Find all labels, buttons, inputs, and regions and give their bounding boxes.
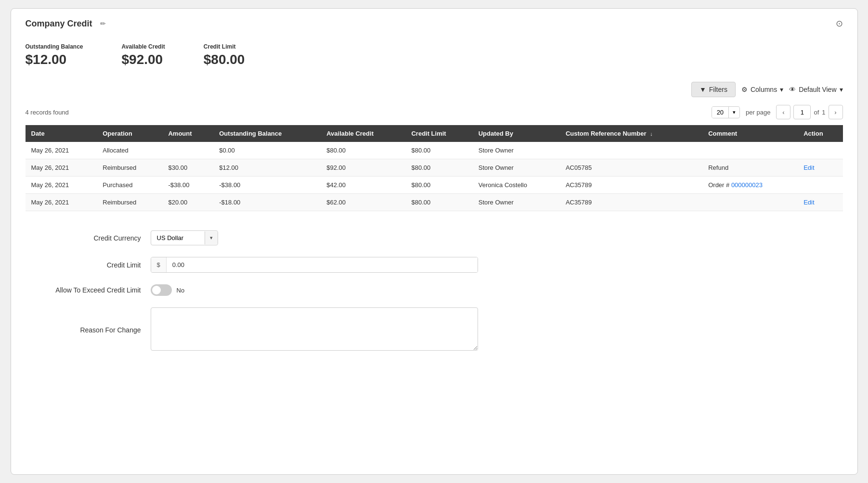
view-arrow-icon: ▾ — [840, 86, 843, 93]
date-cell: May 26, 2021 — [26, 194, 97, 211]
form-section: Credit Currency US Dollar ▾ Credit Limit… — [26, 226, 843, 369]
table-row: May 26, 2021Reimbursed$30.00$12.00$92.00… — [26, 159, 843, 177]
outstanding-balance-value: $12.00 — [26, 52, 83, 67]
columns-button[interactable]: ⚙ Columns ▾ — [741, 86, 783, 93]
col-amount: Amount — [162, 125, 213, 142]
card-header: Company Credit ✏ ⊙ — [26, 18, 843, 29]
credit-limit-control: $ — [151, 257, 478, 273]
comment-cell: Refund — [702, 159, 798, 177]
updated_by-cell: Store Owner — [473, 159, 560, 177]
table-header-row: Date Operation Amount Outstanding Balanc… — [26, 125, 843, 142]
comment-cell — [702, 194, 798, 211]
gear-icon: ⚙ — [741, 86, 748, 93]
currency-dropdown-icon[interactable]: ▾ — [205, 231, 218, 244]
action-cell: Edit — [798, 159, 842, 177]
outstanding_balance-cell: $12.00 — [213, 159, 321, 177]
company-credit-card: Company Credit ✏ ⊙ Outstanding Balance $… — [11, 8, 858, 475]
credit-limit-field[interactable] — [167, 257, 478, 272]
credit-limit-item: Credit Limit $80.00 — [204, 43, 245, 67]
available_credit-cell: $42.00 — [321, 177, 405, 194]
outstanding_balance-cell: $0.00 — [213, 142, 321, 159]
reason-control — [151, 307, 478, 352]
date-cell: May 26, 2021 — [26, 142, 97, 159]
sort-icon: ↓ — [650, 131, 653, 137]
total-pages-label: 1 — [822, 109, 825, 116]
table-row: May 26, 2021Reimbursed$20.00-$18.00$62.0… — [26, 194, 843, 211]
records-bar: 4 records found 20 ▾ per page ‹ of 1 › — [26, 105, 843, 119]
custom_ref-cell: AC35789 — [560, 177, 702, 194]
toggle-slider — [151, 284, 172, 296]
credit_limit-cell: $80.00 — [405, 159, 472, 177]
col-comment: Comment — [702, 125, 798, 142]
col-available-credit: Available Credit — [321, 125, 405, 142]
available-credit-label: Available Credit — [122, 43, 165, 50]
outstanding-balance-item: Outstanding Balance $12.00 — [26, 43, 83, 67]
allow-exceed-label: Allow To Exceed Credit Limit — [26, 286, 151, 294]
amount-cell — [162, 142, 213, 159]
action-cell — [798, 142, 842, 159]
next-page-button[interactable]: › — [829, 105, 843, 119]
credit-limit-row: Credit Limit $ — [26, 257, 843, 273]
order-link[interactable]: 000000023 — [731, 181, 763, 189]
credit-currency-label: Credit Currency — [26, 234, 151, 242]
col-outstanding-balance: Outstanding Balance — [213, 125, 321, 142]
available_credit-cell: $80.00 — [321, 142, 405, 159]
col-action: Action — [798, 125, 842, 142]
updated_by-cell: Veronica Costello — [473, 177, 560, 194]
per-page-arrow-icon[interactable]: ▾ — [729, 107, 739, 117]
custom_ref-cell: AC35789 — [560, 194, 702, 211]
col-operation: Operation — [97, 125, 162, 142]
available_credit-cell: $62.00 — [321, 194, 405, 211]
currency-select[interactable]: US Dollar ▾ — [151, 230, 218, 245]
date-cell: May 26, 2021 — [26, 159, 97, 177]
col-credit-limit: Credit Limit — [405, 125, 472, 142]
pagination: 20 ▾ per page ‹ of 1 › — [712, 105, 843, 119]
custom_ref-cell — [560, 142, 702, 159]
credit_limit-cell: $80.00 — [405, 194, 472, 211]
edit-icon[interactable]: ✏ — [100, 20, 106, 27]
collapse-icon[interactable]: ⊙ — [836, 18, 843, 29]
reason-row: Reason For Change — [26, 307, 843, 352]
default-view-button[interactable]: 👁 Default View ▾ — [789, 86, 842, 93]
edit-link[interactable]: Edit — [803, 199, 814, 206]
filters-button[interactable]: ▼ Filters — [691, 82, 736, 97]
page-title: Company Credit — [26, 19, 92, 29]
eye-icon: 👁 — [789, 86, 796, 93]
filters-label: Filters — [709, 86, 727, 93]
columns-arrow-icon: ▾ — [780, 86, 783, 93]
table-row: May 26, 2021Purchased-$38.00-$38.00$42.0… — [26, 177, 843, 194]
col-custom-ref[interactable]: Custom Reference Number ↓ — [560, 125, 702, 142]
amount-cell: -$38.00 — [162, 177, 213, 194]
amount-cell: $30.00 — [162, 159, 213, 177]
page-of-label: of — [814, 109, 819, 116]
updated_by-cell: Store Owner — [473, 194, 560, 211]
operation-cell: Reimbursed — [97, 194, 162, 211]
operation-cell: Reimbursed — [97, 159, 162, 177]
operation-cell: Allocated — [97, 142, 162, 159]
available-credit-value: $92.00 — [122, 52, 165, 67]
filter-icon: ▼ — [700, 86, 706, 93]
col-updated-by: Updated By — [473, 125, 560, 142]
credit-currency-row: Credit Currency US Dollar ▾ — [26, 230, 843, 245]
custom_ref-cell: AC05785 — [560, 159, 702, 177]
per-page-select[interactable]: 20 ▾ — [712, 106, 740, 118]
currency-value: US Dollar — [151, 231, 205, 245]
outstanding_balance-cell: -$38.00 — [213, 177, 321, 194]
action-cell — [798, 177, 842, 194]
credit_limit-cell: $80.00 — [405, 142, 472, 159]
toolbar: ▼ Filters ⚙ Columns ▾ 👁 Default View ▾ — [26, 82, 843, 97]
reason-label: Reason For Change — [26, 326, 151, 334]
edit-link[interactable]: Edit — [803, 164, 814, 171]
action-cell: Edit — [798, 194, 842, 211]
allow-exceed-toggle[interactable] — [151, 284, 172, 296]
reason-textarea[interactable] — [151, 307, 478, 351]
comment-cell: Order # 000000023 — [702, 177, 798, 194]
credit-currency-control: US Dollar ▾ — [151, 230, 478, 245]
outstanding_balance-cell: -$18.00 — [213, 194, 321, 211]
credit-limit-summary-label: Credit Limit — [204, 43, 245, 50]
comment-cell — [702, 142, 798, 159]
per-page-label: per page — [746, 109, 770, 116]
records-count: 4 records found — [26, 109, 69, 116]
prev-page-button[interactable]: ‹ — [776, 105, 790, 119]
current-page-input[interactable] — [793, 105, 811, 119]
